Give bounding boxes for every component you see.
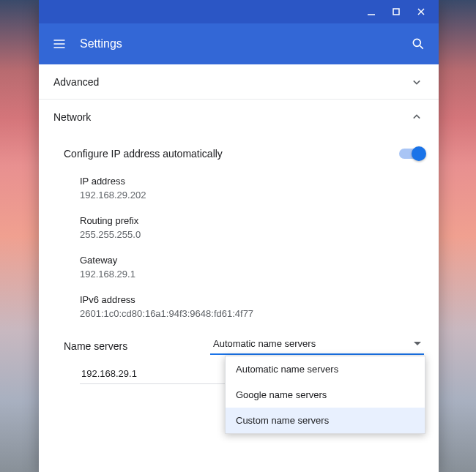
- ipv6-value: 2601:1c0:cd80:16a1:94f3:9648:fd61:4f77: [80, 308, 424, 319]
- configure-ip-toggle[interactable]: [399, 149, 424, 159]
- svg-point-4: [413, 39, 420, 46]
- routing-prefix-field: Routing prefix 255.255.255.0: [39, 208, 439, 247]
- content-area: Advanced Network Configure IP address au…: [39, 64, 439, 472]
- ns-option-custom[interactable]: Custom name servers: [226, 408, 425, 433]
- ipv6-label: IPv6 address: [80, 294, 424, 305]
- maximize-icon: [392, 7, 401, 16]
- search-button[interactable]: [409, 35, 427, 53]
- section-network-label: Network: [53, 111, 91, 123]
- page-title: Settings: [80, 37, 409, 50]
- section-network[interactable]: Network: [39, 100, 439, 135]
- name-server-input[interactable]: [80, 365, 234, 384]
- close-icon: [417, 7, 425, 16]
- ip-address-value: 192.168.29.202: [80, 190, 424, 201]
- gateway-value: 192.168.29.1: [80, 269, 424, 280]
- name-servers-label: Name servers: [64, 340, 210, 352]
- window-minimize-button[interactable]: [360, 1, 383, 22]
- ns-option-google[interactable]: Google name servers: [226, 382, 425, 408]
- dropdown-arrow-icon: [414, 342, 421, 345]
- ip-address-field: IP address 192.168.29.202: [39, 168, 439, 208]
- svg-line-5: [420, 46, 423, 49]
- routing-prefix-value: 255.255.255.0: [80, 229, 424, 240]
- app-bar: Settings: [39, 23, 439, 64]
- svg-rect-1: [393, 9, 399, 15]
- search-icon: [411, 37, 425, 51]
- window-maximize-button[interactable]: [384, 1, 408, 22]
- section-advanced[interactable]: Advanced: [39, 64, 439, 100]
- chevron-up-icon: [409, 110, 424, 124]
- window-titlebar: [39, 0, 439, 23]
- menu-button[interactable]: [51, 35, 68, 53]
- ns-option-automatic[interactable]: Automatic name servers: [226, 356, 425, 382]
- name-servers-row: Name servers Automatic name servers Auto…: [39, 326, 439, 359]
- chevron-down-icon: [409, 75, 424, 89]
- gateway-label: Gateway: [80, 255, 424, 266]
- hamburger-icon: [52, 37, 67, 51]
- minimize-icon: [367, 7, 376, 16]
- window-close-button[interactable]: [409, 1, 433, 22]
- gateway-field: Gateway 192.168.29.1: [39, 247, 439, 287]
- name-servers-selected: Automatic name servers: [213, 338, 316, 349]
- section-advanced-label: Advanced: [53, 76, 99, 88]
- ip-address-label: IP address: [80, 176, 424, 187]
- name-servers-dropdown: Automatic name servers Google name serve…: [225, 356, 425, 434]
- settings-window: Settings Advanced Network Configure IP a…: [39, 0, 439, 472]
- configure-ip-label: Configure IP address automatically: [64, 148, 223, 160]
- configure-ip-row: Configure IP address automatically: [39, 135, 439, 168]
- name-servers-select[interactable]: Automatic name servers: [210, 337, 424, 355]
- ipv6-field: IPv6 address 2601:1c0:cd80:16a1:94f3:964…: [39, 287, 439, 326]
- routing-prefix-label: Routing prefix: [80, 215, 424, 226]
